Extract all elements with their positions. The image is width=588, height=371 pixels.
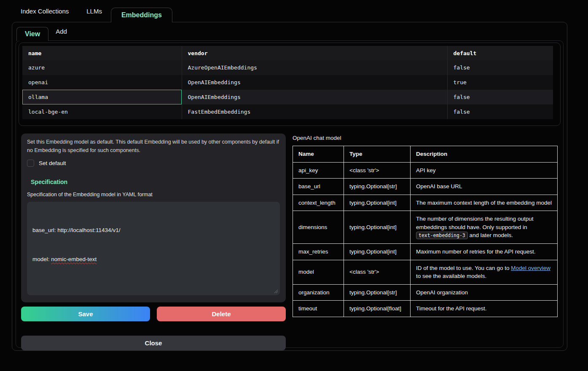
column-header-default: default (447, 46, 553, 60)
params-table-header: Name Type Description (293, 146, 558, 163)
cell-name[interactable]: ollama (22, 90, 182, 104)
param-type: typing.Optional[int] (344, 195, 411, 211)
param-type: <class 'str'> (344, 162, 411, 179)
param-description: OpenAI base URL (411, 179, 558, 195)
param-name: dimensions (293, 211, 344, 244)
model-overview-link[interactable]: Model overview (511, 265, 550, 271)
param-description: The number of dimensions the resulting o… (411, 211, 558, 244)
embeddings-table-header: name vendor default (22, 46, 553, 60)
param-name: base_url (293, 179, 344, 195)
params-table: Name Type Description api_key<class 'str… (293, 146, 558, 317)
cell-name[interactable]: openai (22, 75, 182, 90)
left-column: Set this Embedding model as default. Thi… (21, 133, 286, 350)
action-buttons: Save Delete (21, 307, 286, 321)
param-type: typing.Optional[int] (344, 243, 411, 260)
param-row-base_url: base_urltyping.Optional[str]OpenAI base … (293, 179, 558, 195)
param-name: timeout (293, 301, 344, 317)
param-row-organization: organizationtyping.Optional[str]OpenAI o… (293, 284, 558, 301)
inner-tab-bar: View Add (12, 22, 567, 40)
set-default-checkbox[interactable] (27, 160, 34, 167)
misspelled-word: nomic-embed-text (51, 256, 97, 262)
param-row-api_key: api_key<class 'str'>API key (293, 162, 558, 179)
close-button[interactable]: Close (21, 336, 286, 350)
cell-name[interactable]: local-bge-en (22, 104, 182, 119)
set-default-checkbox-row[interactable]: Set default (27, 160, 280, 167)
spec-line-1: base_url: http://localhost:11434/v1/ (32, 226, 274, 235)
param-name: api_key (293, 162, 344, 179)
tab-index-collections[interactable]: Index Collections (12, 8, 78, 15)
param-column-name: Name (293, 146, 344, 163)
param-column-type: Type (344, 146, 411, 163)
embeddings-table: name vendor default azureAzureOpenAIEmbe… (22, 46, 553, 119)
param-description: Maximum number of retries for the API re… (411, 243, 558, 260)
param-type: typing.Optional[int] (344, 211, 411, 244)
param-row-dimensions: dimensionstyping.Optional[int]The number… (293, 211, 558, 244)
cell-vendor[interactable]: FastEmbedEmbeddings (182, 104, 447, 119)
cell-default[interactable]: false (447, 104, 553, 119)
embeddings-row-openai[interactable]: openaiOpenAIEmbeddingstrue (22, 75, 553, 90)
param-row-timeout: timeouttyping.Optional[float]Timeout for… (293, 301, 558, 317)
spec-line-2: model: nomic-embed-text (32, 255, 274, 264)
tab-add[interactable]: Add (48, 28, 74, 35)
param-name: organization (293, 284, 344, 301)
embeddings-tab-panel: View Add name vendor default azureAzureO… (12, 22, 567, 351)
cell-default[interactable]: false (447, 90, 553, 104)
param-row-context_length: context_lengthtyping.Optional[int]The ma… (293, 195, 558, 211)
detail-section: Set this Embedding model as default. Thi… (16, 126, 563, 350)
cell-vendor[interactable]: OpenAIEmbeddings (182, 90, 447, 104)
cell-vendor[interactable]: OpenAIEmbeddings (182, 75, 447, 90)
delete-button[interactable]: Delete (157, 307, 286, 321)
param-type: typing.Optional[float] (344, 301, 411, 317)
param-name: max_retries (293, 243, 344, 260)
cell-default[interactable]: false (447, 60, 553, 75)
param-type: typing.Optional[str] (344, 179, 411, 195)
param-description: API key (411, 162, 558, 179)
inline-code: text-embedding-3 (416, 232, 468, 239)
param-type: <class 'str'> (344, 260, 411, 284)
specification-heading: Specification (31, 179, 280, 185)
tab-view[interactable]: View (16, 27, 48, 41)
param-description: Timeout for the API request. (411, 301, 558, 317)
param-row-model: model<class 'str'>ID of the model to use… (293, 260, 558, 284)
resize-handle-icon[interactable] (274, 289, 278, 294)
param-row-max_retries: max_retriestyping.Optional[int]Maximum n… (293, 243, 558, 260)
param-column-description: Description (411, 146, 558, 163)
embeddings-table-container: name vendor default azureAzureOpenAIEmbe… (19, 43, 561, 126)
tab-embeddings[interactable]: Embeddings (111, 8, 172, 22)
save-button[interactable]: Save (21, 307, 150, 321)
param-name: model (293, 260, 344, 284)
embeddings-row-local-bge-en[interactable]: local-bge-enFastEmbedEmbeddingsfalse (22, 104, 553, 119)
param-description: ID of the model to use. You can go to Mo… (411, 260, 558, 284)
cell-default[interactable]: true (447, 75, 553, 90)
param-name: context_length (293, 195, 344, 211)
param-description: OpenAI organization (411, 284, 558, 301)
tab-llms[interactable]: LLMs (78, 8, 111, 15)
cell-vendor[interactable]: AzureOpenAIEmbeddings (182, 60, 447, 75)
specification-editor[interactable]: base_url: http://localhost:11434/v1/ mod… (27, 202, 280, 295)
view-tab-panel: name vendor default azureAzureOpenAIEmbe… (16, 40, 564, 348)
embeddings-row-ollama[interactable]: ollamaOpenAIEmbeddingsfalse (22, 90, 553, 104)
column-header-vendor: vendor (182, 46, 447, 60)
cell-name[interactable]: azure (22, 60, 182, 75)
column-header-name: name (22, 46, 182, 60)
params-table-body: api_key<class 'str'>API keybase_urltypin… (293, 162, 558, 317)
default-settings-panel: Set this Embedding model as default. Thi… (21, 133, 286, 302)
param-type: typing.Optional[str] (344, 284, 411, 301)
tab-view-label: View (25, 30, 40, 38)
default-description: Set this Embedding model as default. Thi… (27, 138, 280, 155)
embeddings-table-body: azureAzureOpenAIEmbeddingsfalseopenaiOpe… (22, 60, 553, 119)
top-tab-bar: Index Collections LLMs Embeddings (0, 0, 588, 22)
tab-embeddings-label: Embeddings (121, 11, 162, 19)
specification-subtext: Specification of the Embedding model in … (27, 192, 280, 198)
embeddings-row-azure[interactable]: azureAzureOpenAIEmbeddingsfalse (22, 60, 553, 75)
params-panel-title: OpenAI chat model (293, 135, 558, 141)
set-default-label: Set default (39, 160, 66, 166)
right-column: OpenAI chat model Name Type Description … (293, 133, 558, 350)
param-description: The maximum context length of the embedd… (411, 195, 558, 211)
